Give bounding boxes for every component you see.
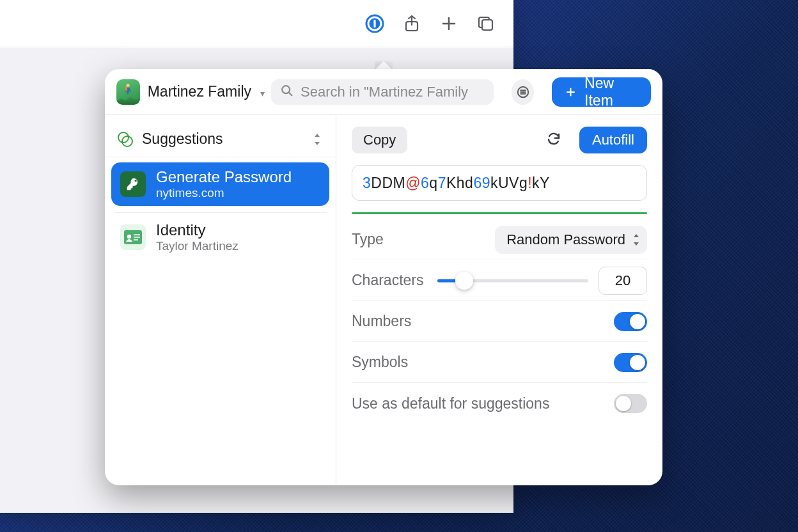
password-actions: Copy Autofill xyxy=(352,127,647,153)
svg-rect-12 xyxy=(134,237,140,238)
numbers-toggle[interactable] xyxy=(614,312,647,331)
key-icon xyxy=(120,171,146,197)
symbols-label: Symbols xyxy=(352,354,614,371)
new-tab-icon[interactable] xyxy=(439,14,458,33)
item-title: Identity xyxy=(156,221,239,239)
toolbar-divider xyxy=(0,47,513,47)
svg-point-10 xyxy=(127,235,131,239)
onepassword-extension-icon[interactable] xyxy=(365,14,384,33)
suggestions-toggle[interactable]: Suggestions xyxy=(105,121,336,157)
vault-avatar xyxy=(116,79,140,105)
symbols-toggle[interactable] xyxy=(614,353,647,372)
item-subtitle: Taylor Martinez xyxy=(156,239,239,253)
password-type-select[interactable]: Random Password xyxy=(495,226,647,254)
list-item-identity[interactable]: Identity Taylor Martinez xyxy=(111,215,329,259)
svg-rect-6 xyxy=(125,86,128,90)
item-subtitle: nytimes.com xyxy=(156,186,292,200)
type-value: Random Password xyxy=(506,231,625,248)
default-label: Use as default for suggestions xyxy=(352,395,614,412)
new-item-button[interactable]: New Item xyxy=(552,77,651,107)
categories-button[interactable] xyxy=(512,79,534,105)
item-title: Generate Password xyxy=(156,168,292,186)
identity-icon xyxy=(120,224,146,250)
tabs-overview-icon[interactable] xyxy=(476,14,496,33)
setting-characters: Characters 20 xyxy=(352,260,647,301)
password-strength-bar xyxy=(352,212,647,214)
list-item-generate-password[interactable]: Generate Password nytimes.com xyxy=(111,162,329,206)
search-icon xyxy=(280,84,294,100)
setting-symbols: Symbols xyxy=(352,342,647,383)
browser-toolbar xyxy=(0,0,513,47)
setting-default: Use as default for suggestions xyxy=(352,383,647,424)
default-toggle[interactable] xyxy=(614,394,647,413)
copy-label: Copy xyxy=(363,132,396,148)
popup-header: Martinez Family ▾ Search in "Martinez Fa… xyxy=(105,69,662,115)
numbers-label: Numbers xyxy=(352,313,614,330)
svg-rect-2 xyxy=(373,20,375,27)
characters-count[interactable]: 20 xyxy=(598,267,647,295)
updown-icon xyxy=(313,134,322,145)
suggestion-list: Generate Password nytimes.com Identity T… xyxy=(105,157,336,259)
chevron-down-icon: ▾ xyxy=(260,88,265,98)
generated-password[interactable]: 3DDM@6q7Khd69kUVg!kY xyxy=(352,165,647,201)
right-column: Copy Autofill 3DDM@6q7Khd69kUVg!kY Type … xyxy=(336,115,662,485)
type-label: Type xyxy=(352,231,495,248)
setting-numbers: Numbers xyxy=(352,301,647,342)
left-column: Suggestions Generate Password nytimes.co… xyxy=(105,115,336,485)
list-separator xyxy=(114,212,327,213)
vault-selector[interactable]: Martinez Family ▾ xyxy=(116,79,265,105)
updown-icon xyxy=(632,234,641,246)
suggestions-label: Suggestions xyxy=(142,130,223,148)
suggestions-icon xyxy=(118,132,133,147)
setting-type: Type Random Password xyxy=(352,219,647,260)
svg-rect-13 xyxy=(134,239,138,240)
search-placeholder: Search in "Martinez Family xyxy=(301,84,468,100)
regenerate-button[interactable] xyxy=(546,131,561,149)
share-icon[interactable] xyxy=(402,14,421,33)
new-item-label: New Item xyxy=(584,75,638,109)
characters-label: Characters xyxy=(352,272,437,289)
autofill-label: Autofill xyxy=(592,132,634,148)
autofill-button[interactable]: Autofill xyxy=(579,127,647,153)
svg-rect-11 xyxy=(134,234,140,235)
characters-slider[interactable] xyxy=(437,274,588,287)
vault-name: Martinez Family xyxy=(148,83,251,100)
search-input[interactable]: Search in "Martinez Family xyxy=(271,79,494,105)
copy-button[interactable]: Copy xyxy=(352,127,407,153)
svg-rect-4 xyxy=(482,20,492,30)
onepassword-popup: Martinez Family ▾ Search in "Martinez Fa… xyxy=(105,69,662,485)
